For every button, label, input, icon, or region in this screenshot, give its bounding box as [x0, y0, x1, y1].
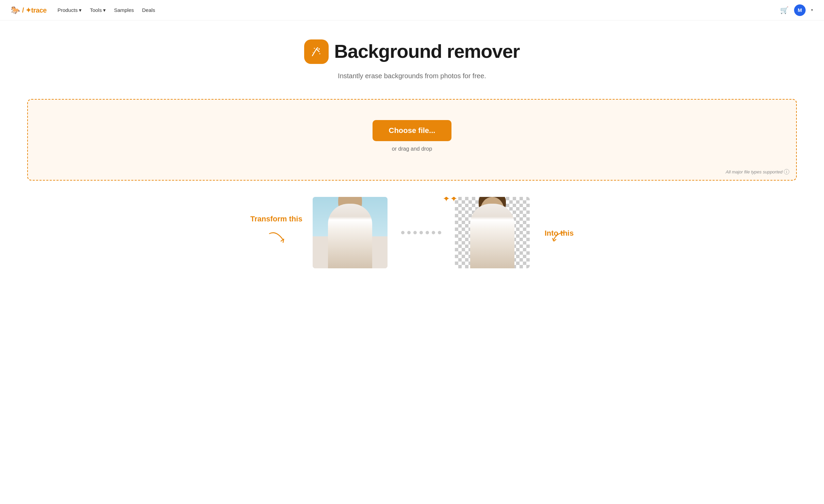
horse-icon: 🐎	[11, 6, 20, 15]
chevron-down-icon: ▾	[79, 7, 82, 13]
dot-2	[407, 231, 411, 234]
svg-rect-0	[310, 45, 323, 58]
file-types-note: All major file types supported i	[726, 169, 789, 174]
arrow-icon	[266, 230, 286, 244]
logo[interactable]: 🐎 / ✦trace	[11, 6, 47, 15]
upload-section: Choose file... or drag and drop All majo…	[0, 91, 824, 197]
hero-section: Background remover Instantly erase backg…	[0, 20, 824, 91]
nav-right: 🛒 M ▾	[780, 4, 813, 16]
navbar: 🐎 / ✦trace Products ▾ Tools ▾ Samples De…	[0, 0, 824, 20]
before-image	[313, 197, 388, 268]
dot-6	[432, 231, 435, 234]
svg-point-3	[319, 53, 320, 54]
choose-file-button[interactable]: Choose file...	[373, 120, 452, 141]
after-image-wrapper: ✦✦	[455, 197, 530, 268]
nav-deals[interactable]: Deals	[142, 7, 155, 13]
dot-5	[426, 231, 429, 234]
upload-dropzone[interactable]: Choose file... or drag and drop All majo…	[27, 99, 797, 181]
drag-drop-label: or drag and drop	[392, 146, 432, 152]
info-icon[interactable]: i	[784, 169, 789, 174]
nav-links: Products ▾ Tools ▾ Samples Deals	[57, 7, 155, 13]
hero-subtitle: Instantly erase backgrounds from photos …	[11, 72, 813, 80]
hero-icon	[304, 39, 329, 64]
nav-products[interactable]: Products ▾	[57, 7, 82, 13]
magic-wand-icon	[310, 45, 323, 58]
dot-7	[438, 231, 441, 234]
user-dropdown-arrow[interactable]: ▾	[811, 8, 813, 12]
dot-3	[413, 231, 417, 234]
transform-label-group: Transform this	[250, 221, 302, 244]
svg-point-4	[313, 52, 313, 53]
demo-section: Transform this ✦✦	[0, 197, 824, 282]
nav-left: 🐎 / ✦trace Products ▾ Tools ▾ Samples De…	[11, 6, 155, 15]
logo-text: / ✦trace	[22, 6, 47, 14]
dot-4	[419, 231, 423, 234]
nav-tools[interactable]: Tools ▾	[90, 7, 106, 13]
into-label-group: Into this	[545, 222, 574, 243]
after-image	[455, 197, 530, 268]
user-avatar[interactable]: M	[794, 4, 806, 16]
page-title: Background remover	[334, 40, 520, 62]
cart-icon[interactable]: 🛒	[780, 6, 789, 14]
transform-this-label: Transform this	[250, 215, 302, 223]
svg-point-1	[318, 48, 320, 50]
progress-dots	[401, 231, 441, 234]
nav-samples[interactable]: Samples	[114, 7, 134, 13]
chevron-down-icon: ▾	[103, 7, 106, 13]
dot-1	[401, 231, 405, 234]
svg-point-2	[314, 48, 315, 49]
into-this-label: Into this	[545, 229, 574, 238]
